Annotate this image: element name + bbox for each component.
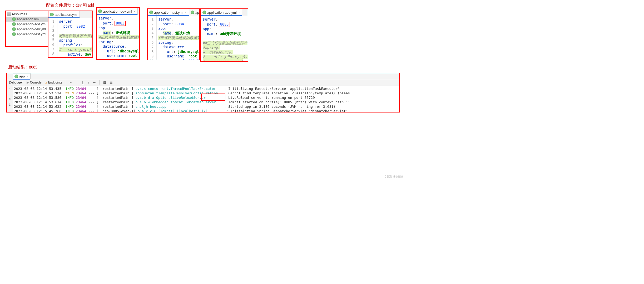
spring-file-icon	[50, 13, 54, 16]
caption-top: 配置文件启动：dev 和 add	[46, 3, 94, 8]
file-label: application.yml	[17, 17, 39, 21]
down-icon[interactable]: ↓	[9, 92, 11, 96]
up-icon[interactable]: ↑	[9, 87, 11, 91]
tree-file-application-dev[interactable]: application-dev.yml	[6, 27, 48, 32]
close-icon[interactable]: ×	[238, 11, 240, 14]
line-gutter: 12345678910	[48, 18, 57, 57]
step-over-icon[interactable]: ⤺	[70, 81, 72, 84]
spring-file-icon	[12, 32, 16, 36]
folder-label: resources	[12, 12, 27, 16]
editor-tabs: application-test.yml × applicatic	[148, 9, 199, 16]
step-into-icon[interactable]: ↓	[76, 81, 78, 84]
endpoints-tab[interactable]: ⟁Endpoints	[45, 81, 62, 84]
toolbar-divider	[66, 80, 66, 85]
spring-file-icon	[12, 17, 16, 21]
spring-file-icon	[98, 9, 102, 13]
console-tab[interactable]: ▶Console	[27, 81, 42, 84]
file-label: application-test.yml	[17, 32, 46, 36]
tab-label: application-dev.yml	[103, 9, 132, 13]
editor-application: application.yml 12345678910 server: port…	[48, 11, 93, 58]
close-icon[interactable]: ×	[185, 11, 186, 14]
run-tool-window: : app × Debugger ▶Console ⟁Endpoints ⤺ ↓…	[6, 73, 400, 112]
step-out-icon[interactable]: ↑	[88, 81, 89, 84]
run-tab-app[interactable]: app ×	[13, 73, 31, 79]
tool-label: :	[9, 74, 11, 78]
watermark: CSDN @金刚狼	[385, 175, 403, 179]
spring-file-icon	[12, 22, 16, 26]
run-tabs: : app ×	[7, 73, 399, 79]
file-label: application-add.yml	[17, 22, 46, 26]
spring-file-icon	[149, 11, 153, 14]
spring-file-icon	[202, 11, 206, 14]
spring-app-icon	[14, 75, 18, 78]
caption-result: 启动结果：8085	[8, 65, 37, 70]
run-to-cursor-icon[interactable]: ⇥	[93, 81, 96, 84]
folder-icon	[7, 12, 11, 16]
tab-application[interactable]: application.yml	[48, 11, 80, 18]
tab-add[interactable]: application-add.yml ×	[201, 9, 242, 16]
code-body[interactable]: server: port:8082#指定要切换哪个开发环spring: prof…	[57, 18, 92, 57]
project-tree: resources application.yml application-ad…	[5, 11, 48, 47]
editor-tabs: application-dev.yml × applica	[97, 8, 139, 15]
tab-other[interactable]: applicatic	[189, 9, 199, 16]
tree-file-application-add[interactable]: application-add.yml	[6, 22, 48, 27]
highlight-port-8085	[201, 94, 225, 101]
close-icon[interactable]: ×	[133, 10, 135, 13]
tab-other[interactable]: applica	[138, 8, 139, 15]
close-icon[interactable]: ×	[26, 75, 28, 78]
editor-dev: application-dev.yml × applica server: po…	[96, 7, 140, 60]
editor-tabs: application.yml	[48, 11, 92, 18]
tab-test[interactable]: application-test.yml ×	[148, 9, 189, 16]
debugger-tab[interactable]: Debugger	[9, 81, 23, 84]
endpoints-icon: ⟁	[45, 81, 47, 84]
editor-tabs: application-add.yml ×	[201, 9, 248, 16]
evaluate-icon[interactable]: ▦	[103, 81, 106, 84]
line-gutter: 12345678910	[148, 16, 156, 60]
file-label: application-dev.yml	[17, 27, 46, 31]
wrap-icon[interactable]: ⇅	[8, 97, 11, 101]
code-body[interactable]: server: port: 8084app: name: 测试环境#正式环境你连…	[157, 16, 199, 60]
editor-test: application-test.yml × applicatic 123456…	[147, 8, 200, 60]
run-gutter: ↑ ↓ ⇅ ⤓	[7, 86, 13, 112]
tab-label: applicatic	[195, 11, 199, 14]
spring-file-icon	[12, 27, 16, 31]
code-body[interactable]: server: port:8085app: name: add开发环境##正式环…	[201, 16, 248, 61]
toolbar-divider	[99, 80, 100, 85]
editor-add: application-add.yml × server: port:8085a…	[200, 8, 248, 62]
more-icon[interactable]: ☰	[110, 81, 113, 84]
console-icon: ▶	[27, 81, 29, 84]
tree-file-application-test[interactable]: application-test.yml	[6, 32, 48, 37]
run-tab-label: app	[19, 74, 25, 78]
tab-label: application-test.yml	[154, 11, 183, 14]
tree-file-application[interactable]: application.yml	[6, 17, 48, 22]
tab-label: application-add.yml	[207, 11, 237, 14]
code-body[interactable]: server: port:8083app: name: 正式环境#正式环境你连接…	[97, 15, 139, 59]
run-toolbar: Debugger ▶Console ⟁Endpoints ⤺ ↓ ↓̲ ↑ ⇥ …	[7, 79, 399, 86]
tab-label: application.yml	[55, 13, 77, 17]
spring-file-icon	[191, 11, 194, 14]
scroll-icon[interactable]: ⤓	[8, 103, 11, 106]
tab-dev[interactable]: application-dev.yml ×	[97, 8, 138, 15]
force-step-into-icon[interactable]: ↓̲	[81, 81, 84, 84]
tree-folder-resources[interactable]: resources	[6, 12, 48, 17]
